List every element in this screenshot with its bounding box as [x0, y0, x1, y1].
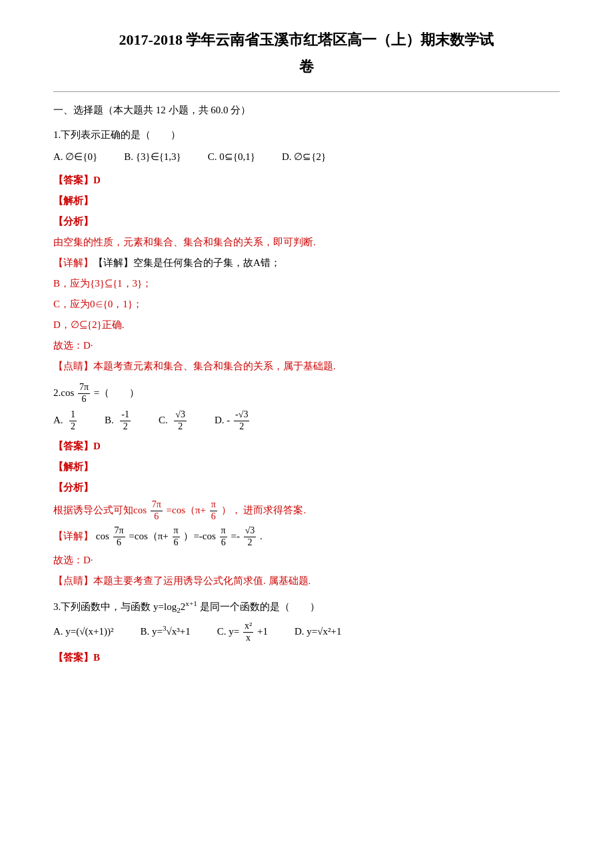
q2-optA: A. 1 2: [53, 409, 78, 433]
q3-optA: A. y=(√(x+1))²: [53, 623, 113, 641]
q1-guze: 故选：D·: [53, 337, 560, 355]
q2-answer: 【答案】D: [53, 437, 560, 455]
q1-options: A. ∅∈{0} B. {3}∈{1,3} C. 0⊆{0,1} D. ∅⊆{2…: [53, 148, 560, 166]
q2-jiexi: 【解析】: [53, 458, 560, 476]
q2-fenxi: 【分析】: [53, 479, 560, 497]
q1-detail2: C，应为0∈{0，1}；: [53, 295, 560, 313]
title-block: 2017-2018 学年云南省玉溪市红塔区高一（上）期末数学试 卷: [53, 27, 560, 79]
q2-optD: D. - -√3 2: [215, 409, 251, 433]
q2-optB: B. -1 2: [105, 409, 132, 433]
q1-fenxi-content: 由空集的性质，元素和集合、集合和集合的关系，即可判断.: [53, 233, 560, 251]
q1-text: 1.下列表示正确的是（ ）: [53, 126, 560, 144]
q1-detail3: D，∅⊆{2}正确.: [53, 316, 560, 334]
question-3: 3.下列函数中，与函数 y=log22x+1 是同一个函数的是（ ） A. y=…: [53, 597, 560, 667]
question-1: 1.下列表示正确的是（ ） A. ∅∈{0} B. {3}∈{1,3} C. 0…: [53, 126, 560, 375]
q1-optD: D. ∅⊆{2}: [282, 148, 326, 166]
q1-optC: C. 0⊆{0,1}: [208, 148, 255, 166]
q1-detail-xiangji: 【详解】【详解】空集是任何集合的子集，故A错；: [53, 254, 560, 272]
title-divider: [53, 91, 560, 92]
title-line1: 2017-2018 学年云南省玉溪市红塔区高一（上）期末数学试: [53, 27, 560, 53]
q1-answer: 【答案】D: [53, 171, 560, 189]
q2-options: A. 1 2 B. -1 2 C. √3 2 D. - -√3 2: [53, 409, 560, 433]
q3-options: A. y=(√(x+1))² B. y=3√x³+1 C. y= x² x +1…: [53, 621, 560, 644]
q2-text: 2.cos 7π 6 =（ ）: [53, 382, 560, 405]
q2-xiangji: 【详解】 cos 7π 6 =cos（π+ π 6 ）=-cos π 6 =- …: [53, 525, 560, 549]
q2-dianjing: 【点睛】本题主要考查了运用诱导公式化简求值. 属基础题.: [53, 572, 560, 590]
q2-fenxi-content: 根据诱导公式可知cos 7π 6 =cos（π+ π 6 ）， 进而求得答案.: [53, 499, 560, 523]
title-line2: 卷: [53, 53, 560, 80]
q1-optA: A. ∅∈{0}: [53, 148, 97, 166]
q3-optB: B. y=3√x³+1: [140, 621, 190, 641]
q1-dianjing: 【点睛】本题考查元素和集合、集合和集合的关系，属于基础题.: [53, 357, 560, 375]
q1-detail1: B，应为{3}⊆{1，3}；: [53, 275, 560, 293]
q2-guze: 故选：D·: [53, 551, 560, 569]
q2-frac: 7π 6: [78, 382, 90, 405]
q3-optD: D. y=√x²+1: [295, 623, 341, 641]
q3-text: 3.下列函数中，与函数 y=log22x+1 是同一个函数的是（ ）: [53, 597, 560, 617]
q1-fenxi: 【分析】: [53, 213, 560, 231]
section1-header: 一、选择题（本大题共 12 小题，共 60.0 分）: [53, 101, 560, 119]
q3-optC: C. y= x² x +1: [217, 621, 268, 644]
q1-optB: B. {3}∈{1,3}: [124, 148, 181, 166]
q2-optC: C. √3 2: [159, 409, 188, 433]
q3-answer: 【答案】B: [53, 649, 560, 667]
q1-jiexi: 【解析】: [53, 192, 560, 210]
question-2: 2.cos 7π 6 =（ ） A. 1 2 B. -1 2 C. √3 2 D…: [53, 382, 560, 589]
